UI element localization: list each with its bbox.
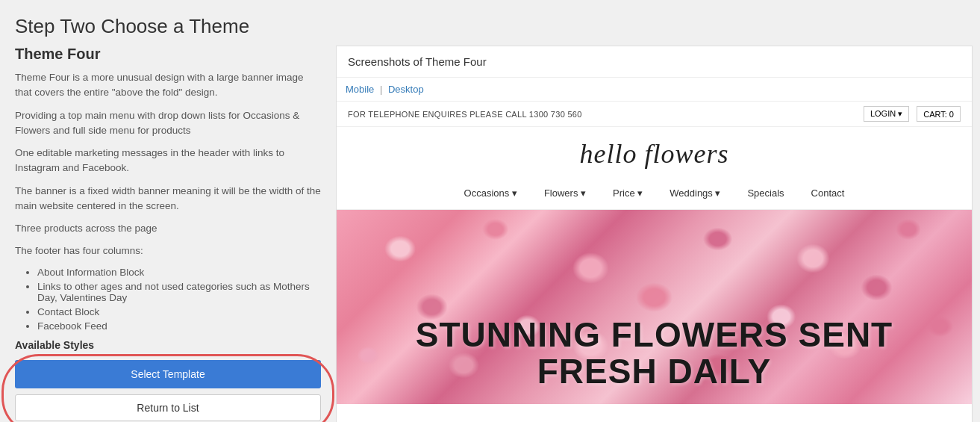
tab-desktop[interactable]: Desktop (388, 84, 424, 95)
button-area: Select Template Return to List (15, 360, 321, 421)
theme-desc-5: Three products across the page (15, 221, 321, 236)
banner-headline: STUNNING FLOWERS SENT FRESH DAILY (352, 317, 957, 389)
nav-item-price[interactable]: Price ▾ (599, 183, 656, 203)
view-tabs: Mobile | Desktop (337, 78, 972, 102)
theme-preview-container: FOR TELEPHONE ENQUIRES PLEASE CALL 1300 … (337, 102, 972, 404)
theme-title: Theme Four (15, 46, 321, 63)
footer-list-item: Links to other ages and not used categor… (37, 281, 321, 303)
footer-list-item: About Information Block (37, 267, 321, 278)
banner-headline-line2: FRESH DAILY (537, 352, 771, 391)
tab-divider: | (380, 84, 385, 95)
preview-banner: STUNNING FLOWERS SENT FRESH DAILY (337, 210, 972, 404)
theme-desc-1: Theme Four is a more unusual design with… (15, 70, 321, 101)
footer-list-item: Contact Block (37, 306, 321, 317)
preview-topbar: FOR TELEPHONE ENQUIRES PLEASE CALL 1300 … (337, 102, 972, 127)
banner-text-overlay: STUNNING FLOWERS SENT FRESH DAILY (337, 302, 972, 404)
page-title: Step Two Choose a Theme (0, 0, 980, 46)
tab-mobile[interactable]: Mobile (346, 84, 374, 95)
footer-list: About Information Block Links to other a… (15, 267, 321, 332)
select-template-button[interactable]: Select Template (15, 360, 321, 388)
banner-headline-line1: STUNNING FLOWERS SENT (416, 315, 893, 354)
preview-cart-btn[interactable]: CART: 0 (917, 106, 961, 122)
topbar-phone: FOR TELEPHONE ENQUIRES PLEASE CALL 1300 … (348, 110, 582, 119)
preview-nav: Occasions ▾ Flowers ▾ Price ▾ Weddings ▾… (337, 177, 972, 210)
preview-login-btn[interactable]: LOGIN ▾ (864, 106, 909, 122)
theme-desc-4: The banner is a fixed width banner meani… (15, 184, 321, 214)
screenshots-header: Screenshots of Theme Four (337, 46, 972, 78)
footer-list-item: Facebook Feed (37, 320, 321, 332)
nav-item-specials[interactable]: Specials (734, 183, 797, 203)
left-panel: Theme Four Theme Four is a more unusual … (7, 46, 336, 422)
preview-logo-text: hello flowers (580, 139, 729, 169)
available-styles-label: Available Styles (15, 339, 321, 351)
preview-logo-area: hello flowers (337, 127, 972, 177)
nav-item-weddings[interactable]: Weddings ▾ (656, 183, 734, 203)
footer-label: The footer has four columns: (15, 243, 321, 258)
nav-item-contact[interactable]: Contact (798, 183, 858, 203)
theme-desc-3: One editable marketing messages in the h… (15, 146, 321, 176)
nav-item-occasions[interactable]: Occasions ▾ (451, 183, 531, 203)
theme-desc-2: Providing a top main menu with drop down… (15, 108, 321, 139)
return-to-list-button[interactable]: Return to List (15, 394, 321, 421)
right-panel: Screenshots of Theme Four Mobile | Deskt… (336, 46, 973, 422)
theme-preview: FOR TELEPHONE ENQUIRES PLEASE CALL 1300 … (337, 102, 972, 404)
topbar-right: LOGIN ▾ CART: 0 (864, 106, 961, 122)
nav-item-flowers[interactable]: Flowers ▾ (531, 183, 599, 203)
